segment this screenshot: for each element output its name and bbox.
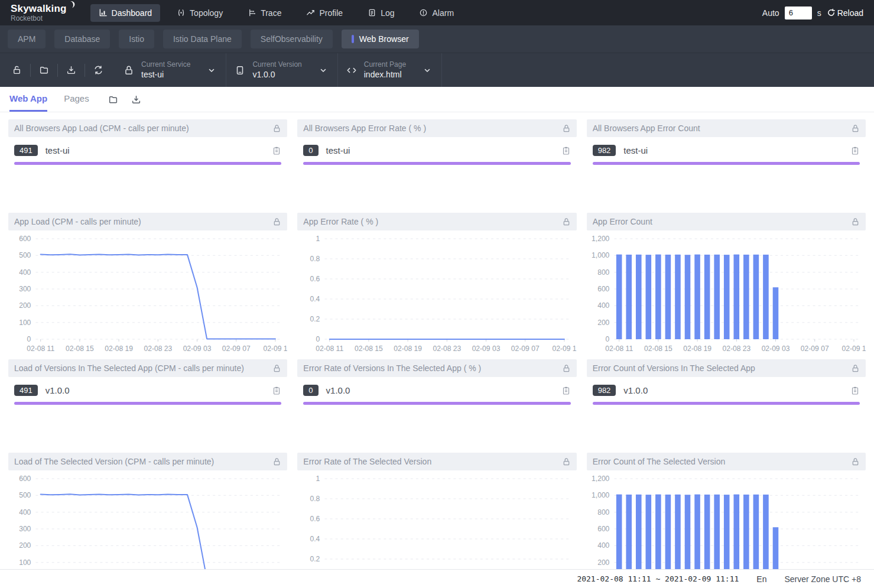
folder-button[interactable] (108, 95, 118, 105)
import-button[interactable] (58, 65, 85, 75)
unlock-button[interactable] (4, 65, 30, 75)
svg-text:800: 800 (597, 508, 609, 516)
chevron-down-icon[interactable] (320, 67, 327, 74)
clipboard-icon[interactable] (272, 386, 281, 395)
context-toolbar: Current Service test-ui Current Version … (0, 53, 874, 87)
metric-row: 982 v1.0.0 (587, 377, 866, 396)
footer-bar: 2021-02-08 11:11 ~ 2021-02-09 11:11 En S… (0, 569, 874, 588)
trace-icon (248, 8, 256, 17)
svg-text:200: 200 (19, 301, 31, 310)
clipboard-icon[interactable] (561, 146, 571, 155)
clipboard-icon[interactable] (561, 386, 571, 395)
svg-text:600: 600 (597, 285, 609, 293)
metric-bar (303, 402, 570, 405)
card-header[interactable]: Error Count of The Selected Version (587, 453, 866, 470)
import-button[interactable] (131, 95, 141, 105)
nav-item-topology[interactable]: Topology (168, 4, 231, 22)
card-title: App Load (CPM - calls per minute) (14, 217, 272, 226)
server-zone[interactable]: Server Zone UTC +8 (784, 574, 861, 584)
lock-icon[interactable] (851, 457, 860, 466)
dashboard-tab-istio[interactable]: Istio (119, 30, 154, 48)
chevron-down-icon[interactable] (208, 67, 215, 74)
dashboard-tab-selfobservability[interactable]: SelfObservability (251, 30, 333, 48)
card-header[interactable]: Error Rate of Versions In The Selected A… (297, 359, 576, 377)
lock-icon[interactable] (272, 457, 281, 466)
device-icon (235, 65, 245, 76)
lock-icon[interactable] (562, 364, 571, 373)
dashboard-tab-database[interactable]: Database (54, 30, 110, 48)
folder-button[interactable] (31, 65, 57, 75)
card-version-error-rate: Error Rate of Versions In The Selected A… (297, 359, 576, 448)
current-version-selector[interactable]: Current Version v1.0.0 (226, 53, 337, 87)
lock-icon[interactable] (272, 364, 281, 373)
card-header[interactable]: Error Rate of The Selected Version (297, 453, 576, 470)
metric-name: v1.0.0 (326, 385, 350, 395)
chevron-down-icon[interactable] (424, 67, 431, 74)
unlock-icon (12, 65, 22, 75)
metric-row: 491 test-ui (8, 137, 287, 156)
dashboard-tab-istio-data-plane[interactable]: Istio Data Plane (163, 30, 242, 48)
app-error-rate-line-chart[interactable]: 00.20.40.60.8102-08 1102-08 1502-08 1902… (297, 230, 576, 355)
card-title: Load of The Selected Version (CPM - call… (14, 457, 272, 466)
lock-icon[interactable] (851, 217, 860, 226)
time-range-picker[interactable]: 2021-02-08 11:11 ~ 2021-02-09 11:11 (577, 574, 739, 583)
card-header[interactable]: All Browsers App Error Rate ( % ) (297, 119, 576, 137)
lock-icon[interactable] (562, 457, 571, 466)
import-icon (131, 95, 141, 105)
card-header[interactable]: App Load (CPM - calls per minute) (8, 213, 287, 230)
nav-item-trace[interactable]: Trace (239, 4, 290, 22)
lock-icon[interactable] (851, 124, 860, 133)
logo-title: Skywalking (11, 4, 67, 14)
card-app-error-rate-chart: App Error Rate ( % ) 00.20.40.60.8102-08… (297, 213, 576, 355)
nav-item-alarm[interactable]: Alarm (411, 4, 462, 22)
lock-icon[interactable] (851, 364, 860, 373)
language-switcher[interactable]: En (756, 574, 766, 584)
svg-text:400: 400 (19, 268, 31, 277)
metric-value-badge: 982 (593, 385, 616, 396)
auto-label: Auto (762, 8, 779, 18)
card-header[interactable]: Load of Versions In The Selected App (CP… (8, 359, 287, 377)
reload-button[interactable]: Reload (827, 8, 863, 18)
svg-text:0.4: 0.4 (310, 535, 320, 543)
card-header[interactable]: Load of The Selected Version (CPM - call… (8, 453, 287, 470)
card-title: App Error Rate ( % ) (303, 217, 561, 226)
card-header[interactable]: All Browsers App Load (CPM - calls per m… (8, 119, 287, 137)
tab-web-app[interactable]: Web App (9, 87, 47, 112)
lock-icon (124, 65, 134, 76)
card-header[interactable]: Error Count of Versions In The Selected … (587, 359, 866, 377)
card-header[interactable]: All Browsers App Error Count (587, 119, 866, 137)
card-header[interactable]: App Error Count (587, 213, 866, 230)
clipboard-icon[interactable] (272, 146, 281, 155)
current-page-selector[interactable]: Current Page index.html (338, 53, 442, 87)
moon-icon (67, 1, 75, 9)
svg-text:02-08 11: 02-08 11 (27, 345, 54, 353)
app-load-line-chart[interactable]: 010020030040050060002-08 1102-08 1502-08… (8, 230, 287, 355)
nav-item-log[interactable]: Log (359, 4, 402, 22)
card-version-error-count: Error Count of Versions In The Selected … (587, 359, 866, 448)
metric-row: 491 v1.0.0 (8, 377, 287, 396)
card-all-browsers-app-error-count: All Browsers App Error Count 982 test-ui (587, 119, 866, 208)
current-service-selector[interactable]: Current Service test-ui (115, 53, 226, 87)
dashboard-tab-apm[interactable]: APM (8, 30, 46, 48)
import-icon (66, 65, 76, 75)
nav-item-profile[interactable]: Profile (298, 4, 351, 22)
clipboard-icon[interactable] (850, 146, 860, 155)
refresh-templates-button[interactable] (85, 65, 112, 75)
lock-icon[interactable] (272, 124, 281, 133)
tab-label: Istio Data Plane (173, 34, 232, 44)
nav-item-dashboard[interactable]: Dashboard (90, 4, 161, 22)
card-header[interactable]: App Error Rate ( % ) (297, 213, 576, 230)
clipboard-icon[interactable] (850, 386, 860, 395)
auto-interval-input[interactable] (785, 7, 812, 20)
selector-value: test-ui (141, 70, 190, 79)
lock-icon[interactable] (562, 124, 571, 133)
app-error-count-bar-chart[interactable]: 02004006008001,0001,20002-08 1102-08 150… (587, 230, 866, 355)
lock-icon[interactable] (562, 217, 571, 226)
svg-text:02-09 07: 02-09 07 (222, 345, 251, 353)
lock-icon[interactable] (272, 217, 281, 226)
dashboard-tab-web-browser[interactable]: Web Browser (342, 30, 419, 48)
tab-label: Pages (64, 93, 89, 103)
card-title: All Browsers App Load (CPM - calls per m… (14, 124, 272, 133)
tab-pages[interactable]: Pages (64, 87, 89, 112)
folder-icon (108, 95, 118, 105)
